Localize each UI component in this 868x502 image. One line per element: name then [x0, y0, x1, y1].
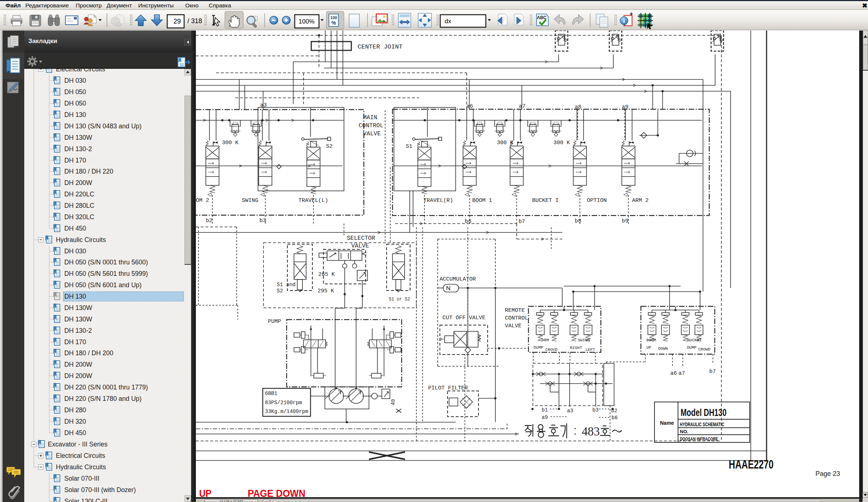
svg-text:DH 170: DH 170 [64, 157, 86, 164]
svg-text:a9: a9 [622, 104, 628, 110]
svg-text:VALVE: VALVE [363, 131, 381, 137]
svg-text:SWING: SWING [578, 338, 590, 342]
svg-text:300 K: 300 K [497, 140, 513, 146]
svg-text:DH 200W: DH 200W [64, 361, 92, 368]
svg-text:DH 050: DH 050 [64, 88, 86, 96]
svg-text:OM 2: OM 2 [196, 197, 209, 204]
svg-text:29: 29 [173, 18, 181, 25]
svg-text:CROVD: CROVD [545, 348, 557, 352]
svg-text:300 K: 300 K [553, 140, 570, 146]
svg-text:DH 130: DH 130 [64, 293, 86, 300]
svg-text:dx: dx [445, 18, 451, 25]
svg-text:Solar 070-III (with Dozer): Solar 070-III (with Dozer) [64, 486, 136, 494]
svg-text:/ 318: / 318 [187, 17, 202, 25]
svg-text:a3: a3 [567, 408, 573, 414]
svg-text:DH 280LC: DH 280LC [64, 202, 94, 209]
svg-text:DH 050 (S/N 0001 thru 5600): DH 050 (S/N 0001 thru 5600) [64, 259, 148, 266]
svg-text:UP: UP [646, 345, 652, 350]
svg-text:VALVE: VALVE [351, 243, 369, 249]
svg-text:b7: b7 [709, 369, 716, 375]
svg-text:DH 130-2: DH 130-2 [64, 327, 92, 334]
svg-text:HYDRAULIC SCHEMATIC: HYDRAULIC SCHEMATIC [680, 421, 724, 427]
svg-text:DH 450: DH 450 [64, 429, 86, 437]
svg-text:DH 180 / DH 200: DH 180 / DH 200 [64, 349, 114, 357]
svg-text:TRAVEL(R): TRAVEL(R) [423, 197, 453, 204]
svg-text:PILOT FILTER: PILOT FILTER [428, 385, 468, 391]
svg-text:UP: UP [199, 488, 211, 498]
svg-text:DH 200W: DH 200W [64, 179, 92, 186]
svg-text:Electrical Circuits: Electrical Circuits [56, 69, 105, 73]
svg-text:DH 220 (S/N 1780 and Up): DH 220 (S/N 1780 and Up) [64, 395, 141, 402]
svg-text:DH 050 (S/N 6001 and Up): DH 050 (S/N 6001 and Up) [64, 281, 141, 289]
svg-text:VALVE: VALVE [505, 323, 521, 329]
svg-text:295 K: 295 K [318, 288, 334, 294]
svg-text:RIGHT: RIGHT [570, 346, 582, 350]
svg-text:PAGE DOWN: PAGE DOWN [248, 488, 305, 498]
svg-text:DH 030: DH 030 [64, 248, 86, 255]
svg-text:Name: Name [660, 420, 674, 426]
svg-text:DH 280: DH 280 [64, 406, 86, 414]
svg-text:PUMP: PUMP [268, 318, 281, 325]
svg-text:Page 23: Page 23 [815, 470, 840, 477]
svg-text:DH 130W: DH 130W [64, 134, 92, 141]
svg-text:Electrical Circuits: Electrical Circuits [56, 452, 105, 459]
svg-text:b9: b9 [622, 218, 628, 224]
svg-text:DUMP: DUMP [687, 345, 697, 350]
svg-text:33Kg.m/1400rpm: 33Kg.m/1400rpm [265, 409, 308, 414]
svg-text:CENTER JOINT: CENTER JOINT [358, 43, 402, 50]
svg-text:S1: S1 [406, 143, 412, 150]
svg-text:DH 130W: DH 130W [64, 304, 92, 311]
svg-text:BUCKET: BUCKET [687, 338, 702, 342]
svg-text:DH 220LC: DH 220LC [64, 191, 94, 198]
svg-text:DH 320: DH 320 [64, 418, 86, 425]
svg-text:DH 050: DH 050 [64, 100, 86, 107]
svg-text:265 K: 265 K [318, 271, 335, 278]
svg-text:Hydraulic Circuits: Hydraulic Circuits [56, 236, 106, 243]
svg-text:DH 050 (S/N 5601 thru 5999): DH 050 (S/N 5601 thru 5999) [64, 270, 148, 277]
svg-text:%: % [331, 20, 336, 26]
svg-text:CONTROL: CONTROL [359, 122, 383, 129]
svg-text:b8: b8 [575, 218, 581, 224]
svg-text:DH 130 (S/N 0483 and Up): DH 130 (S/N 0483 and Up) [64, 122, 141, 130]
svg-text:S1 or S2: S1 or S2 [389, 297, 410, 302]
svg-text:S2: S2 [326, 143, 333, 150]
svg-text:DH 130: DH 130 [64, 111, 86, 118]
svg-text:CROWD: CROWD [698, 347, 710, 352]
svg-text:i: i [623, 18, 625, 24]
svg-text:Excavator - III Series: Excavator - III Series [48, 441, 108, 448]
svg-text:a6: a6 [670, 370, 677, 377]
svg-text:HAAE2270: HAAE2270 [729, 458, 774, 471]
svg-text:S2: S2 [277, 288, 283, 294]
svg-text:Hydraulic Circuits: Hydraulic Circuits [56, 463, 106, 471]
svg-text:DUMP: DUMP [534, 345, 544, 350]
svg-text:a3: a3 [260, 102, 267, 108]
svg-text:BOOM 1: BOOM 1 [472, 197, 492, 204]
svg-text:DH 450: DH 450 [64, 225, 86, 232]
svg-text:DH 130W: DH 130W [64, 316, 92, 323]
svg-text:ARM: ARM [542, 338, 549, 342]
svg-text:DH 200W: DH 200W [64, 372, 92, 380]
svg-text:DOOSAN INFRACORE: DOOSAN INFRACORE [680, 436, 718, 442]
svg-text:and: and [286, 282, 295, 288]
svg-text:LEFT: LEFT [585, 348, 595, 352]
svg-text:a7: a7 [678, 370, 685, 377]
svg-text:OPTION: OPTION [587, 197, 607, 204]
svg-text:DH 180 / DH 220: DH 180 / DH 220 [64, 168, 114, 175]
svg-text:a8: a8 [575, 104, 581, 110]
svg-text:S1: S1 [277, 282, 283, 288]
svg-text:REMOTE: REMOTE [505, 307, 525, 314]
svg-text:DH 030: DH 030 [64, 77, 86, 84]
svg-text:b1: b1 [542, 407, 548, 413]
svg-text:83PS/2100rpm: 83PS/2100rpm [265, 400, 302, 406]
svg-text:MAIN: MAIN [363, 114, 377, 121]
svg-text:DH 320LC: DH 320LC [64, 213, 94, 221]
svg-text:ACCUMULATOR: ACCUMULATOR [440, 276, 476, 282]
svg-text:NO.: NO. [680, 429, 688, 434]
svg-text:BUCKET I: BUCKET I [532, 197, 559, 204]
svg-text:a9: a9 [542, 414, 548, 420]
svg-text:Model DH130: Model DH130 [681, 407, 727, 418]
svg-text:BOOM: BOOM [646, 338, 656, 342]
svg-text:DH 220 (S/N 0001 thru 1779): DH 220 (S/N 0001 thru 1779) [64, 384, 148, 391]
svg-text:300 K: 300 K [222, 140, 238, 146]
svg-text:100%: 100% [299, 18, 315, 25]
